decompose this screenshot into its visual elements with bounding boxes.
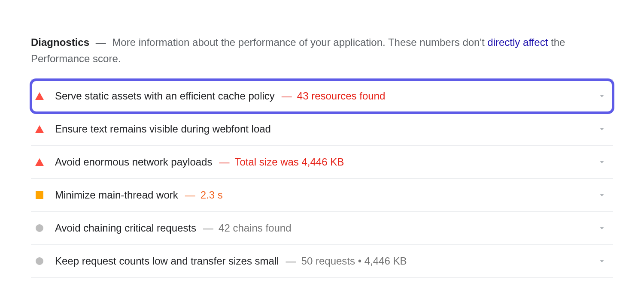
audit-title: Avoid enormous network payloads bbox=[55, 156, 212, 168]
audit-detail: 50 requests • 4,446 KB bbox=[301, 255, 407, 267]
diagnostics-header: Diagnostics — More information about the… bbox=[31, 34, 613, 67]
directly-affect-link[interactable]: directly affect bbox=[487, 36, 548, 48]
chevron-down-icon bbox=[598, 158, 606, 166]
audit-row[interactable]: Serve static assets with an efficient ca… bbox=[31, 80, 613, 113]
chevron-down-icon bbox=[598, 257, 606, 265]
chevron-down-icon bbox=[598, 92, 606, 100]
audit-detail: 42 chains found bbox=[219, 222, 291, 234]
circle-gray-icon bbox=[34, 256, 45, 266]
audit-row[interactable]: Minimize main-thread work—2.3 s bbox=[31, 179, 613, 212]
chevron-down-icon bbox=[598, 224, 606, 232]
audit-list: Serve static assets with an efficient ca… bbox=[31, 79, 613, 278]
chevron-down-icon bbox=[598, 125, 606, 133]
triangle-red-icon bbox=[34, 91, 45, 101]
audit-title: Minimize main-thread work bbox=[55, 189, 178, 201]
diagnostics-description-prefix: More information about the performance o… bbox=[112, 36, 487, 48]
triangle-red-icon bbox=[34, 157, 45, 167]
separator-dash: — bbox=[96, 36, 106, 48]
square-orange-icon bbox=[34, 190, 45, 200]
detail-separator: — bbox=[203, 222, 213, 234]
triangle-red-icon bbox=[34, 124, 45, 134]
audit-title: Keep request counts low and transfer siz… bbox=[55, 255, 279, 267]
audit-row[interactable]: Keep request counts low and transfer siz… bbox=[31, 245, 613, 278]
diagnostics-title: Diagnostics bbox=[31, 36, 89, 48]
audit-row[interactable]: Avoid enormous network payloads—Total si… bbox=[31, 146, 613, 179]
detail-separator: — bbox=[219, 156, 229, 168]
circle-gray-icon bbox=[34, 223, 45, 233]
audit-row[interactable]: Avoid chaining critical requests—42 chai… bbox=[31, 212, 613, 245]
audit-title: Avoid chaining critical requests bbox=[55, 222, 196, 234]
audit-title: Serve static assets with an efficient ca… bbox=[55, 90, 275, 102]
audit-title: Ensure text remains visible during webfo… bbox=[55, 123, 271, 135]
audit-detail: Total size was 4,446 KB bbox=[234, 156, 344, 168]
audit-row[interactable]: Ensure text remains visible during webfo… bbox=[31, 113, 613, 146]
detail-separator: — bbox=[282, 90, 292, 102]
detail-separator: — bbox=[286, 255, 296, 267]
audit-detail: 43 resources found bbox=[297, 90, 385, 102]
audit-detail: 2.3 s bbox=[200, 189, 223, 201]
chevron-down-icon bbox=[598, 191, 606, 199]
detail-separator: — bbox=[185, 189, 195, 201]
